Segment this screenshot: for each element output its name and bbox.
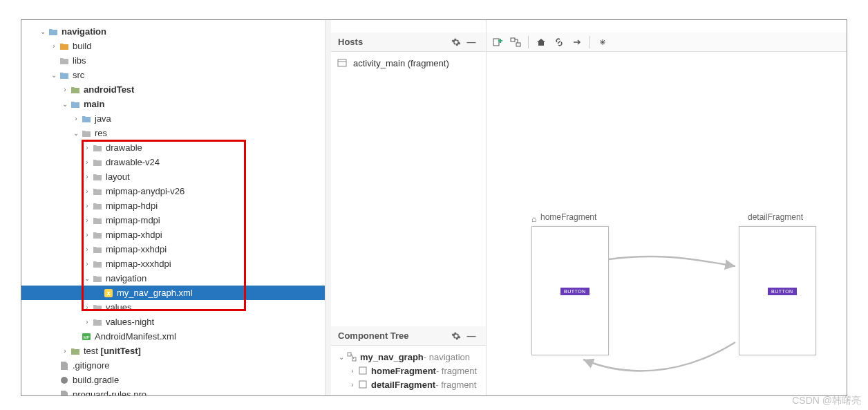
folder-icon (92, 171, 103, 183)
deeplink-icon[interactable] (551, 34, 567, 50)
tree-item-my-nav-graph[interactable]: Xmy_nav_graph.xml (21, 286, 325, 300)
chevron-right-icon[interactable]: › (82, 318, 92, 326)
chevron-right-icon[interactable]: › (82, 158, 92, 166)
splitter-handle[interactable] (326, 20, 331, 395)
nav-editor-canvas-wrapper: ⌂ homeFragment BUTTON detailFragment BUT… (487, 20, 847, 395)
tree-item-layout[interactable]: ›layout (21, 169, 325, 184)
svg-point-4 (61, 377, 68, 384)
tree-item-values-night[interactable]: ›values-night (21, 315, 325, 329)
fragment-icon (357, 379, 368, 390)
chevron-right-icon[interactable]: › (348, 381, 357, 389)
nav-side-panels: Hosts — activity_main (fragment) Compone… (331, 20, 487, 395)
arrow-right-icon[interactable] (569, 34, 585, 50)
svg-text:MF: MF (84, 335, 90, 339)
chevron-right-icon[interactable]: › (82, 202, 92, 209)
folder-icon (92, 230, 103, 241)
chevron-right-icon[interactable]: › (82, 245, 92, 253)
new-destination-icon[interactable] (489, 34, 506, 50)
start-destination-icon: ⌂ (531, 214, 536, 224)
fragment-label-home: homeFragment (540, 212, 596, 222)
tree-item-mipmap-hdpi[interactable]: ›mipmap-hdpi (21, 198, 325, 213)
tree-item-mipmap-anydpi[interactable]: ›mipmap-anydpi-v26 (21, 184, 325, 198)
layout-file-icon (337, 57, 348, 68)
tree-item-proguard[interactable]: proguard-rules.pro (21, 387, 325, 395)
tree-item-src[interactable]: ⌄src (21, 68, 325, 82)
tree-item-drawable[interactable]: ›drawable (21, 140, 325, 155)
tree-item-androidtest[interactable]: ›androidTest (21, 82, 325, 97)
tree-item-navigation-folder[interactable]: ⌄navigation (21, 271, 325, 286)
tree-item-gitignore[interactable]: .gitignore (21, 358, 325, 373)
svg-rect-7 (348, 353, 351, 356)
chevron-right-icon[interactable]: › (49, 42, 59, 50)
tree-item-values[interactable]: ›values (21, 300, 325, 315)
auto-arrange-icon[interactable] (594, 34, 611, 50)
text-file-icon (59, 389, 70, 396)
folder-icon (59, 41, 70, 52)
xml-file-icon: X (103, 288, 114, 299)
folder-icon (92, 273, 103, 284)
component-row-detail[interactable]: ›detailFragment - fragment (334, 378, 483, 391)
svg-rect-11 (359, 381, 366, 388)
chevron-right-icon[interactable]: › (60, 347, 70, 355)
chevron-right-icon[interactable]: › (348, 367, 357, 375)
tree-item-mipmap-xxxhdpi[interactable]: ›mipmap-xxxhdpi (21, 257, 325, 271)
tree-item-drawable-v24[interactable]: ›drawable-v24 (21, 155, 325, 169)
svg-text:X: X (107, 291, 111, 296)
folder-icon (70, 346, 81, 357)
tree-item-main[interactable]: ⌄main (21, 97, 325, 111)
host-item[interactable]: activity_main (fragment) (337, 56, 480, 70)
svg-rect-10 (359, 367, 366, 374)
tree-item-root[interactable]: ⌄navigation (21, 24, 325, 39)
folder-icon (70, 99, 81, 110)
tree-item-test[interactable]: ›test [unitTest] (21, 344, 325, 358)
chevron-down-icon[interactable]: ⌄ (82, 274, 92, 282)
chevron-down-icon[interactable]: ⌄ (49, 71, 59, 79)
chevron-down-icon[interactable]: ⌄ (60, 100, 70, 108)
chevron-down-icon[interactable]: ⌄ (38, 28, 48, 35)
home-icon[interactable] (533, 34, 549, 50)
button-chip: BUTTON (768, 288, 797, 295)
tree-item-mipmap-xxhdpi[interactable]: ›mipmap-xxhdpi (21, 242, 325, 257)
nav-editor-toolbar (487, 32, 847, 52)
nested-graph-icon[interactable] (507, 34, 524, 50)
tree-item-build-gradle[interactable]: build.gradle (21, 373, 325, 387)
gear-icon[interactable] (449, 35, 464, 50)
svg-rect-12 (493, 39, 499, 46)
toolbar-separator (528, 36, 529, 48)
tree-item-build[interactable]: ›build (21, 39, 325, 53)
project-tree[interactable]: ⌄navigation ›build libs ⌄src ›androidTes… (21, 20, 325, 395)
svg-rect-15 (511, 38, 515, 41)
chevron-right-icon[interactable]: › (82, 187, 92, 195)
fragment-home[interactable]: BUTTON (531, 226, 609, 355)
tree-item-mipmap-mdpi[interactable]: ›mipmap-mdpi (21, 213, 325, 227)
tree-item-libs[interactable]: libs (21, 53, 325, 68)
folder-icon (59, 55, 70, 66)
tree-item-manifest[interactable]: MFAndroidManifest.xml (21, 329, 325, 344)
chevron-right-icon[interactable]: › (82, 216, 92, 224)
folder-icon (92, 186, 103, 197)
minimize-icon[interactable]: — (464, 35, 479, 50)
chevron-right-icon[interactable]: › (82, 260, 92, 268)
project-tree-pane: ⌄navigation ›build libs ⌄src ›androidTes… (21, 20, 326, 395)
fragment-detail[interactable]: BUTTON (739, 226, 816, 355)
chevron-right-icon[interactable]: › (82, 231, 92, 239)
nav-canvas[interactable]: ⌂ homeFragment BUTTON detailFragment BUT… (487, 52, 847, 395)
minimize-icon[interactable]: — (464, 328, 479, 344)
chevron-down-icon[interactable]: ⌄ (337, 353, 346, 361)
component-row-root[interactable]: ⌄my_nav_graph - navigation (334, 350, 483, 364)
chevron-right-icon[interactable]: › (82, 173, 92, 180)
nav-graph-icon (346, 351, 357, 362)
chevron-right-icon[interactable]: › (82, 144, 92, 151)
tree-item-java[interactable]: ›java (21, 111, 325, 126)
folder-icon (81, 128, 92, 139)
chevron-down-icon[interactable]: ⌄ (71, 129, 81, 137)
gradle-file-icon (59, 375, 70, 386)
component-row-home[interactable]: ›homeFragment - fragment (334, 364, 483, 378)
tree-item-mipmap-xhdpi[interactable]: ›mipmap-xhdpi (21, 227, 325, 242)
chevron-right-icon[interactable]: › (71, 115, 81, 122)
button-chip: BUTTON (560, 288, 589, 295)
gear-icon[interactable] (449, 328, 464, 344)
tree-item-res[interactable]: ⌄res (21, 126, 325, 140)
chevron-right-icon[interactable]: › (82, 304, 92, 311)
chevron-right-icon[interactable]: › (60, 86, 70, 93)
